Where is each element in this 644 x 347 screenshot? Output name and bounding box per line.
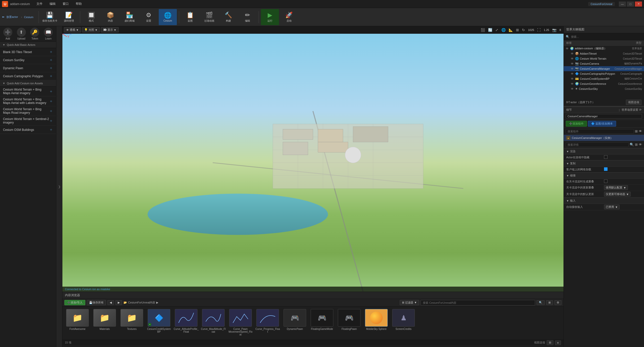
prop-update-overlap-value[interactable]: 使用默认配置 ▼ <box>604 185 628 190</box>
details-expand-btn[interactable]: ⟳ <box>639 108 641 111</box>
tree-item-camera-manager[interactable]: 👁 📷 CesiumCameraManager CesiumCameraMana… <box>564 66 644 71</box>
prop-section-input[interactable]: ▼ 输入 <box>564 198 644 204</box>
ion-assets-header[interactable]: ▼ Quick Add Cesium ion Assets <box>0 80 56 87</box>
cb-item-curve-progress[interactable]: Curve_Progress_Float <box>255 309 280 337</box>
ion-asset-sentinel-add[interactable]: ＋ <box>49 118 53 124</box>
content-browser-search[interactable] <box>421 300 535 305</box>
cb-item-textures[interactable]: 📁 Textures <box>119 309 144 337</box>
ion-asset-osm-add[interactable]: ＋ <box>49 127 53 132</box>
ion-asset-aerial-labels[interactable]: Cesium World Terrain + Bing Maps Aerial … <box>0 96 56 106</box>
selected-actor-name-input[interactable] <box>566 114 642 119</box>
prop-default-update-value[interactable]: 仅更新可移动选 ▼ <box>604 192 631 197</box>
menu-window[interactable]: 窗口 <box>61 1 70 7</box>
basic-actor-blank-add[interactable]: ＋ <box>49 49 53 55</box>
cb-item-floatingpawn[interactable]: 🎮 FloatingPawn <box>337 309 362 337</box>
editor-button[interactable]: ✏ 编辑 <box>238 9 257 25</box>
comp-search-eye-btn[interactable]: 👁 <box>639 129 642 133</box>
mode-button[interactable]: 🔲 模式 <box>82 9 100 25</box>
source-control-button[interactable]: 📝 源码管理 <box>60 9 78 25</box>
cb-item-fontawesome[interactable]: 📁 FontAwesome <box>65 309 90 337</box>
lighting-btn[interactable]: 💡 光照 ▼ <box>82 27 100 32</box>
comp-search-view-btn[interactable]: ⊞ <box>635 129 638 133</box>
cb-item-dynamicpawn[interactable]: 🎮 DynamicPawn <box>282 309 307 337</box>
cb-nav-back[interactable]: ◀ <box>107 300 114 305</box>
add-action[interactable]: ➕ Add <box>2 28 14 40</box>
tree-item-georeference[interactable]: 👁 🌍 CesiumGeoreference CesiumGeoreferenc… <box>564 81 644 86</box>
maximize-button[interactable]: □ <box>627 2 634 7</box>
ion-asset-aerial[interactable]: Cesium World Terrain + Bing Maps Aerial … <box>0 87 56 96</box>
basic-actor-pawn-add[interactable]: ＋ <box>49 65 53 71</box>
menu-edit[interactable]: 编辑 <box>48 1 57 7</box>
cb-item-cesiumcredit[interactable]: 🔷 + CesiumCreditSystemBP <box>146 309 172 337</box>
prop-section-collision[interactable]: ▼ 碰撞 <box>564 172 644 179</box>
cb-item-mobilesky[interactable]: MobileSky Sphere <box>364 309 389 337</box>
save-button[interactable]: 💾 保存当前关卡 <box>41 9 59 25</box>
cb-item-curve-pawn[interactable]: Curve_Pawn MovementSpeed_Float <box>228 309 253 337</box>
camera-speed-btn[interactable]: 📷 <box>551 27 557 32</box>
prop-section-duplicate[interactable]: ▼ 复制 <box>564 160 644 167</box>
network-checkbox[interactable] <box>604 167 608 171</box>
build-button[interactable]: 🔨 构建 <box>219 9 237 25</box>
local-btn[interactable]: 🌐 <box>500 27 507 32</box>
menu-help[interactable]: 帮助 <box>74 1 83 7</box>
basic-actor-cartographic-add[interactable]: ＋ <box>49 73 53 79</box>
launch-button[interactable]: 🚀 启动 <box>280 9 298 25</box>
basic-actor-sunsky-add[interactable]: ＋ <box>49 57 53 63</box>
cb-filter-btn[interactable]: ⊞ 过滤器 ▼ <box>400 300 419 305</box>
basic-actors-header[interactable]: ▼ Quick Add Basic Actors <box>0 42 56 48</box>
blueprint-button[interactable]: 📋 蓝图 <box>181 9 199 25</box>
component-search-input[interactable] <box>566 129 634 134</box>
ion-asset-aerial-labels-add[interactable]: ＋ <box>49 99 53 104</box>
hidden-checkbox[interactable] <box>604 155 608 159</box>
cb-search-btn[interactable]: 🔍 <box>537 300 545 305</box>
learn-action[interactable]: 📖 Learn <box>43 28 54 40</box>
show-btn[interactable]: 👀 显示 ▼ <box>101 27 119 32</box>
cb-settings-btn[interactable]: ⚙ <box>554 300 561 305</box>
detail-search-btn[interactable]: 🔍 <box>630 143 634 146</box>
tree-item-cesium-camera[interactable]: 👁 📷 CesiumCamera 编辑DynamicPa <box>564 61 644 66</box>
menu-file[interactable]: 文件 <box>35 1 44 7</box>
cb-view-toggle[interactable]: ⊞ <box>546 300 553 305</box>
content-button[interactable]: 📦 内容 <box>101 9 119 25</box>
ion-asset-osm[interactable]: Cesium OSM Buildings ＋ <box>0 126 56 134</box>
detail-eye-btn[interactable]: 👁 <box>639 143 642 146</box>
tree-item-sunsky[interactable]: 👁 ☀ CesiumSunSky CesiumSunSky <box>564 86 644 91</box>
cb-item-materials[interactable]: 📁 Materials <box>92 309 117 337</box>
cb-item-floatinggame[interactable]: 🎮 FloatingGameMode <box>309 309 335 337</box>
rotate-btn[interactable]: 🔄 <box>487 27 493 32</box>
left-panel-collapse-btn[interactable]: ❯ <box>56 26 62 347</box>
minimize-button[interactable]: — <box>619 2 626 7</box>
rotation-btn[interactable]: ↻ <box>521 27 526 32</box>
ion-asset-sentinel[interactable]: Cesium World Terrain + Sentinel-2 imager… <box>0 116 56 126</box>
view-options-btn[interactable]: 视图选项 <box>626 100 641 105</box>
ion-asset-aerial-add[interactable]: ＋ <box>49 89 53 94</box>
surface-snapping-btn[interactable]: 📐 <box>508 27 514 32</box>
basic-actor-dynamic-pawn[interactable]: Dynamic Pawn ＋ <box>0 64 56 72</box>
tree-item-addamtileset[interactable]: 👁 📦 AddamTileset Cesium3DTileset <box>564 51 644 56</box>
cb-add-btn[interactable]: ➕添加/导入 <box>64 300 85 305</box>
tree-item-credit-system[interactable]: 👁 💳 CesiumCreditSystemBP 编辑CesiumCre <box>564 76 644 81</box>
viewport[interactable]: X Z Y Connected to Cesium ion as miateke <box>62 34 564 292</box>
perspective-btn[interactable]: 👁 透视 ▼ <box>64 27 81 32</box>
detail-search-input[interactable] <box>566 142 629 147</box>
gen-overlap-checkbox[interactable] <box>604 179 608 183</box>
cb-item-screencredits[interactable]: ♟ ScreenCredits <box>391 309 416 337</box>
tree-item-cesium-world-terrain[interactable]: 👁 🌐 Cesium World Terrain Cesium3DTileset <box>564 56 644 61</box>
upload-action[interactable]: ⬆ Upload <box>16 28 27 40</box>
cb-item-curve-max[interactable]: Curve_MaxAltitude_Float <box>201 309 226 337</box>
maximize-viewport-btn[interactable]: ⛶ <box>536 27 542 32</box>
tree-item-root[interactable]: 👁 🌍 addam-cesium（编辑器） 世界场景 <box>564 46 644 51</box>
world-outliner-search[interactable] <box>571 35 642 38</box>
marketplace-button[interactable]: 🏪 虚幻商城 <box>120 9 139 25</box>
prop-auto-receive-value[interactable]: 已禁用 ▼ <box>604 205 620 209</box>
ion-asset-road[interactable]: Cesium World Terrain + Bing Maps Road im… <box>0 106 56 116</box>
prop-hidden-value[interactable] <box>604 155 608 159</box>
basic-actor-sunsky[interactable]: Cesium SunSky ＋ <box>0 56 56 64</box>
cesium-button[interactable]: 🌐 Cesium <box>159 9 177 25</box>
basic-actor-cartographic[interactable]: Cesium Cartographic Polygon ＋ <box>0 72 56 80</box>
cb-thumbnail-size[interactable]: ⊟ <box>547 340 553 345</box>
cinematic-button[interactable]: 🎬 过场动画 <box>200 9 218 25</box>
prop-section-render[interactable]: ▼ 渲染 <box>564 148 644 155</box>
basic-actor-blank-tileset[interactable]: Blank 3D Tiles Tileset ＋ <box>0 48 56 56</box>
blueprint-script-btn[interactable]: 🔷 蓝图/添加脚本 <box>588 121 616 127</box>
